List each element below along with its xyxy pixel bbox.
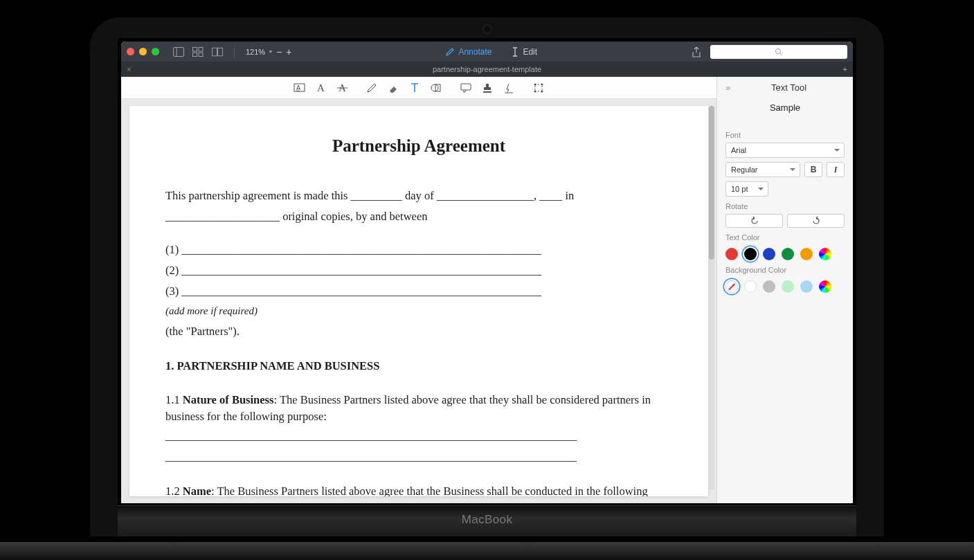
text-cursor-icon (511, 47, 519, 57)
bg-color-lightblue[interactable] (800, 280, 813, 293)
stamp-tool-icon[interactable] (482, 82, 494, 93)
laptop-label: MacBook (462, 513, 513, 527)
svg-rect-7 (217, 48, 222, 56)
italic-button[interactable]: I (827, 162, 845, 177)
highlight-tool-icon[interactable]: A (315, 82, 327, 93)
section-1-heading: 1. PARTNERSHIP NAME AND BUSINESS (165, 358, 672, 374)
background-color-label: Background Color (725, 266, 845, 274)
sidebar-toggle-icon[interactable] (173, 46, 184, 57)
font-family-select[interactable]: Arial (725, 143, 845, 158)
add-more-note: (add more if required) (165, 304, 672, 319)
bold-button[interactable]: B (804, 162, 822, 177)
svg-point-22 (541, 90, 543, 92)
partner-line-2: (2) ____________________________________… (165, 262, 672, 279)
share-button[interactable] (691, 46, 702, 57)
two-page-icon[interactable] (212, 46, 223, 57)
svg-point-15 (431, 84, 438, 91)
document-canvas: Partnership Agreement This partnership a… (121, 99, 716, 503)
document-page[interactable]: Partnership Agreement This partnership a… (129, 106, 708, 496)
thumbnails-icon[interactable] (192, 46, 204, 57)
svg-text:A̲: A̲ (296, 84, 301, 91)
bg-color-none[interactable] (725, 280, 738, 293)
font-size-select[interactable]: 10 pt (725, 181, 768, 197)
app-body: A̲ A A (121, 77, 853, 503)
laptop-base (0, 542, 974, 560)
edit-mode-button[interactable]: Edit (505, 42, 543, 62)
zoom-dropdown-icon[interactable]: ▾ (269, 48, 272, 55)
window-maximize-button[interactable] (152, 48, 159, 55)
svg-rect-4 (193, 53, 197, 57)
font-weight-select[interactable]: Regular (725, 162, 800, 177)
document-area: A̲ A A (121, 77, 716, 503)
bg-color-lightgreen[interactable] (782, 280, 794, 293)
text-color-custom[interactable] (819, 248, 831, 260)
rotate-label: Rotate (725, 202, 845, 210)
bg-color-swatches (725, 280, 845, 293)
partner-line-1: (1) ____________________________________… (165, 242, 672, 258)
intro-line-2: ____________________ original copies, by… (165, 208, 672, 225)
sample-preview: Sample (725, 102, 845, 113)
zoom-in-button[interactable]: + (286, 46, 291, 57)
annotation-toolbar: A̲ A A (121, 77, 716, 99)
laptop-frame: 121% ▾ − + Annotate Edit (90, 17, 884, 536)
bg-color-white[interactable] (744, 280, 757, 293)
titlebar: 121% ▾ − + Annotate Edit (121, 42, 853, 62)
rotate-cw-button[interactable] (787, 214, 845, 228)
svg-rect-0 (174, 47, 184, 56)
svg-rect-6 (212, 48, 217, 56)
rotate-ccw-button[interactable] (725, 214, 783, 228)
text-color-red[interactable] (725, 248, 738, 260)
clause-1-2: 1.2 Name: The Business Partners listed a… (165, 483, 672, 496)
zoom-value[interactable]: 121% (246, 48, 265, 56)
svg-rect-17 (461, 84, 471, 90)
the-partners: (the "Partners"). (165, 323, 672, 340)
text-color-blue[interactable] (763, 248, 775, 260)
text-tool-icon[interactable] (409, 82, 421, 93)
vertical-scrollbar[interactable] (709, 106, 714, 490)
eraser-tool-icon[interactable] (388, 82, 399, 93)
app-window: 121% ▾ − + Annotate Edit (121, 42, 853, 503)
svg-rect-2 (193, 47, 197, 51)
collapse-sidebar-button[interactable]: » (725, 82, 730, 93)
svg-point-8 (776, 48, 781, 53)
shape-tool-icon[interactable] (431, 82, 442, 93)
edit-label: Edit (523, 47, 537, 57)
strike-tool-icon[interactable]: A (336, 82, 348, 93)
blank-line-b: ________________________________________… (165, 449, 672, 465)
intro-line-1: This partnership agreement is made this … (165, 188, 672, 204)
tab-close-button[interactable]: × (121, 65, 136, 73)
svg-point-19 (534, 83, 536, 85)
text-color-green[interactable] (782, 248, 794, 260)
text-color-orange[interactable] (800, 248, 813, 260)
blank-line-a: ________________________________________… (165, 428, 672, 444)
svg-text:A: A (317, 82, 325, 93)
bg-color-gray[interactable] (763, 280, 775, 293)
svg-point-20 (541, 83, 543, 85)
search-field[interactable] (710, 45, 847, 59)
annotate-label: Annotate (458, 47, 491, 57)
zoom-out-button[interactable]: − (276, 46, 282, 57)
svg-rect-18 (535, 84, 542, 91)
signature-tool-icon[interactable] (503, 82, 515, 93)
tab-title[interactable]: partnership-agreement-template (136, 65, 837, 73)
rotate-ccw-icon (750, 216, 759, 226)
document-title: Partnership Agreement (165, 134, 672, 159)
comment-tool-icon[interactable] (460, 82, 472, 93)
bg-color-custom[interactable] (819, 280, 831, 293)
svg-rect-5 (199, 53, 203, 57)
zoom-control: 121% ▾ − + (246, 46, 292, 57)
text-color-black[interactable] (744, 248, 757, 260)
crop-tool-icon[interactable] (533, 82, 545, 93)
annotate-mode-button[interactable]: Annotate (440, 42, 497, 62)
text-color-swatches (725, 248, 845, 260)
tab-bar: × partnership-agreement-template + (121, 62, 853, 77)
laptop-hinge: MacBook (118, 505, 856, 536)
window-controls (127, 48, 159, 55)
pencil-tool-icon[interactable] (366, 82, 378, 93)
share-icon (692, 46, 701, 57)
window-close-button[interactable] (127, 48, 134, 55)
search-icon (775, 48, 783, 56)
textbox-tool-icon[interactable]: A̲ (294, 82, 305, 93)
window-minimize-button[interactable] (139, 48, 147, 55)
new-tab-button[interactable]: + (838, 65, 853, 73)
